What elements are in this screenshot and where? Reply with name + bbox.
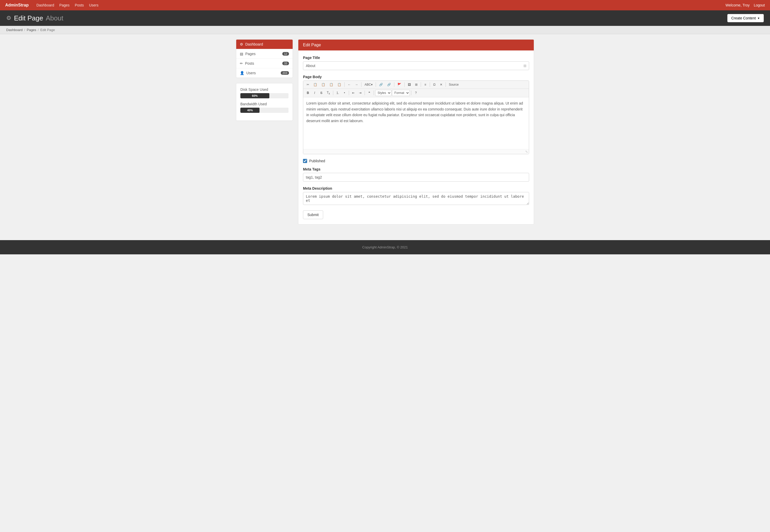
- outdent-button[interactable]: ⇤: [350, 90, 357, 96]
- indent-button[interactable]: ⇥: [357, 90, 363, 96]
- italic-button[interactable]: I: [312, 90, 318, 96]
- disk-bar-bg: 60%: [240, 93, 288, 98]
- page-header-left: ⚙ Edit Page About: [6, 14, 63, 22]
- paste-text-button[interactable]: 📋: [328, 82, 335, 87]
- create-content-button[interactable]: Create Content ▼: [727, 14, 764, 22]
- nav-links: Dashboard Pages Posts Users: [36, 3, 725, 7]
- breadcrumb: Dashboard / Pages / Edit Page: [0, 26, 770, 34]
- clear-format-button[interactable]: Tx: [325, 90, 332, 96]
- ordered-list-button[interactable]: 1.: [335, 90, 341, 96]
- sidebar-item-users[interactable]: 👤 Users 203: [236, 68, 293, 78]
- meta-tags-label: Meta Tags: [303, 167, 529, 171]
- toolbar-sep-1: [344, 82, 345, 87]
- editor-body[interactable]: Lorem ipsum dolor sit amet, consectetur …: [303, 97, 529, 149]
- breadcrumb-pages[interactable]: Pages: [27, 28, 36, 32]
- link-button[interactable]: 🔗: [377, 82, 385, 87]
- meta-desc-label: Meta Description: [303, 186, 529, 190]
- meta-desc-textarea[interactable]: Lorem ipsum dolor sit amet, consectetur …: [303, 192, 529, 205]
- align-button[interactable]: ≡: [422, 82, 428, 87]
- undo-button[interactable]: ←: [346, 82, 353, 87]
- editor-content: Lorem ipsum dolor sit amet, consectetur …: [306, 101, 523, 123]
- page-title-label: Page Title: [303, 56, 529, 60]
- resize-handle: ⤡: [303, 149, 529, 154]
- disk-pct: 60%: [252, 94, 258, 97]
- cut-button[interactable]: ✂: [305, 82, 311, 87]
- sidebar-item-posts[interactable]: ✏ Posts 33: [236, 59, 293, 68]
- page-title-group: Page Title ⊞: [303, 56, 529, 70]
- image-button[interactable]: 🖼: [406, 82, 413, 87]
- meta-tags-input[interactable]: [303, 173, 529, 182]
- special-char-button[interactable]: Ω: [431, 82, 438, 87]
- page-title-input[interactable]: [303, 61, 529, 70]
- card-body: Page Title ⊞ Page Body ✂ 📋 📋: [298, 50, 534, 224]
- nav-pages[interactable]: Pages: [59, 3, 70, 7]
- sidebar-item-dashboard[interactable]: ⚙ Dashboard: [236, 40, 293, 49]
- source-button[interactable]: Source: [447, 82, 461, 87]
- footer: Copyright AdminStrap, © 2021: [0, 240, 770, 254]
- sidebar-pages-badge: 12: [282, 52, 289, 56]
- editor-wrapper: ✂ 📋 📋 📋 📋 ← → ABC▾ 🔗 🔗: [303, 80, 529, 154]
- page-header-subtitle: About: [46, 14, 63, 22]
- published-row: Published: [303, 159, 529, 163]
- content-area: Edit Page Page Title ⊞ Page Body: [298, 39, 534, 225]
- nav-posts[interactable]: Posts: [75, 3, 84, 7]
- nav-logout[interactable]: Logout: [754, 3, 765, 7]
- toolbar-sep-13: [411, 91, 411, 95]
- sidebar-nav: ⚙ Dashboard ▤ Pages 12 ✏ Posts 33 👤 User…: [236, 39, 293, 78]
- nav-brand[interactable]: AdminStrap: [5, 3, 29, 8]
- nav-users[interactable]: Users: [89, 3, 99, 7]
- toolbar-sep-4: [394, 82, 394, 87]
- unordered-list-button[interactable]: •: [341, 90, 347, 96]
- toolbar-sep-7: [430, 82, 430, 87]
- toolbar-sep-3: [376, 82, 376, 87]
- toolbar-sep-10: [349, 91, 349, 95]
- navbar: AdminStrap Dashboard Pages Posts Users W…: [0, 0, 770, 10]
- sidebar-posts-badge: 33: [282, 62, 289, 65]
- sidebar-users-label: Users: [246, 71, 281, 75]
- pencil-icon: ✏: [240, 61, 243, 65]
- table-button[interactable]: ⊞: [413, 82, 419, 87]
- redo-button[interactable]: →: [353, 82, 360, 87]
- main-container: ⚙ Dashboard ▤ Pages 12 ✏ Posts 33 👤 User…: [230, 34, 540, 230]
- sidebar-posts-label: Posts: [245, 61, 282, 65]
- create-content-label: Create Content: [731, 16, 756, 20]
- page-header: ⚙ Edit Page About Create Content ▼: [0, 10, 770, 26]
- breadcrumb-sep-1: /: [24, 28, 25, 32]
- edit-page-card: Edit Page Page Title ⊞ Page Body: [298, 39, 534, 225]
- strikethrough-button[interactable]: S: [318, 90, 324, 96]
- bw-pct: 40%: [247, 109, 253, 112]
- spellcheck-button[interactable]: ABC▾: [363, 82, 374, 87]
- breadcrumb-current: Edit Page: [40, 28, 55, 32]
- title-input-wrapper: ⊞: [303, 61, 529, 70]
- bold-button[interactable]: B: [305, 90, 311, 96]
- sidebar-users-badge: 203: [281, 71, 289, 75]
- disk-label: Disk Space Used: [240, 87, 288, 92]
- disk-bar: 60%: [240, 93, 269, 98]
- bw-bar-bg: 40%: [240, 108, 288, 113]
- toolbar-sep-12: [374, 91, 374, 95]
- unlink-button[interactable]: 🔗: [385, 82, 393, 87]
- gear-icon: ⚙: [6, 15, 11, 21]
- page-body-group: Page Body ✂ 📋 📋 📋 📋 ← →: [303, 75, 529, 154]
- format-select[interactable]: Format: [392, 90, 410, 96]
- meta-desc-group: Meta Description Lorem ipsum dolor sit a…: [303, 186, 529, 206]
- paste-word-button[interactable]: 📋: [336, 82, 343, 87]
- sidebar-item-pages[interactable]: ▤ Pages 12: [236, 49, 293, 59]
- card-header: Edit Page: [298, 40, 534, 50]
- styles-select[interactable]: Styles: [375, 90, 391, 96]
- toolbar-sep-5: [404, 82, 405, 87]
- anchor-button[interactable]: 🚩: [396, 82, 403, 87]
- maximize-button[interactable]: ✕: [438, 82, 444, 87]
- copy-button[interactable]: 📋: [312, 82, 319, 87]
- blockquote-button[interactable]: ❝: [366, 90, 372, 96]
- editor-toolbar-row1: ✂ 📋 📋 📋 📋 ← → ABC▾ 🔗 🔗: [303, 81, 529, 89]
- help-button[interactable]: ?: [413, 90, 419, 96]
- published-checkbox[interactable]: [303, 159, 307, 163]
- submit-button[interactable]: Submit: [303, 210, 323, 219]
- page-body-label: Page Body: [303, 75, 529, 79]
- paste-button[interactable]: 📋: [320, 82, 327, 87]
- sidebar: ⚙ Dashboard ▤ Pages 12 ✏ Posts 33 👤 User…: [236, 39, 293, 225]
- breadcrumb-dashboard[interactable]: Dashboard: [6, 28, 23, 32]
- nav-dashboard[interactable]: Dashboard: [36, 3, 54, 7]
- editor-toolbar-row2: B I S Tx 1. • ⇤ ⇥ ❝: [303, 89, 529, 97]
